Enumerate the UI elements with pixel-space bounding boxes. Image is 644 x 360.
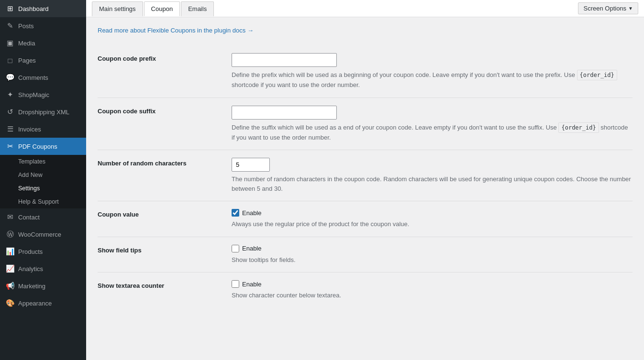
- sidebar-item-invoices[interactable]: ☰Invoices: [0, 120, 86, 138]
- woocommerce-icon: Ⓦ: [6, 230, 14, 239]
- dropshipping-icon: ↺: [6, 108, 14, 116]
- sidebar-item-shopmagic[interactable]: ✦ShopMagic: [0, 86, 86, 103]
- sidebar-item-label: Comments: [18, 74, 48, 81]
- shortcode-coupon-prefix: {order_id}: [577, 70, 617, 80]
- main-content: Main settingsCouponEmails Screen Options…: [86, 0, 644, 360]
- sidebar-main-items: ⊞Dashboard✎Posts▣Media□Pages💬Comments✦Sh…: [0, 0, 86, 155]
- field-label-show-field-tips: Show field tips: [98, 245, 232, 254]
- tab-group: Main settingsCouponEmails: [92, 1, 214, 16]
- marketing-icon: 📢: [6, 282, 14, 290]
- checkbox-row-show-field-tips: Enable: [232, 245, 633, 252]
- appearance-icon: 🎨: [6, 299, 14, 307]
- field-desc-show-textarea-counter: Show character counter below textarea.: [232, 291, 633, 300]
- pdfcoupons-icon: ✂: [6, 142, 14, 151]
- sidebar-item-label: WooCommerce: [18, 231, 61, 238]
- dashboard-icon: ⊞: [6, 4, 14, 13]
- checkbox-coupon-value[interactable]: [232, 209, 239, 217]
- sidebar-item-label: Analytics: [18, 265, 43, 273]
- sidebar-item-pages[interactable]: □Pages: [0, 52, 86, 69]
- content-area: Read more about Flexible Coupons in the …: [86, 17, 644, 360]
- settings-row-show-textarea-counter: Show textarea counterEnableShow characte…: [98, 272, 633, 308]
- settings-row-coupon-value: Coupon valueEnableAlways use the regular…: [98, 201, 633, 237]
- sidebar-item-dashboard[interactable]: ⊞Dashboard: [0, 0, 86, 17]
- sidebar-item-label: Products: [18, 248, 43, 255]
- shopmagic-icon: ✦: [6, 90, 14, 99]
- settings-row-show-field-tips: Show field tipsEnableShow tooltips for f…: [98, 237, 633, 273]
- sidebar-item-appearance[interactable]: 🎨Appearance: [0, 295, 86, 312]
- input-coupon-prefix[interactable]: [232, 53, 337, 67]
- posts-icon: ✎: [6, 22, 14, 30]
- chevron-down-icon: ▼: [628, 6, 633, 11]
- field-label-show-textarea-counter: Show textarea counter: [98, 280, 232, 289]
- tab-coupon[interactable]: Coupon: [144, 1, 180, 16]
- sidebar-item-label: Dashboard: [18, 5, 49, 12]
- field-desc-show-field-tips: Show tooltips for fields.: [232, 255, 633, 265]
- field-control-show-textarea-counter: EnableShow character counter below texta…: [232, 280, 633, 300]
- sidebar-item-label: Marketing: [18, 283, 45, 290]
- submenu-item-settings[interactable]: Settings: [0, 182, 86, 195]
- sidebar-item-label: Appearance: [18, 300, 52, 307]
- plugin-docs-link[interactable]: Read more about Flexible Coupons in the …: [98, 27, 254, 34]
- settings-row-random-chars: Number of random charactersThe number of…: [98, 150, 633, 201]
- submenu-item-helpsupport[interactable]: Help & Support: [0, 195, 86, 208]
- settings-row-coupon-prefix: Coupon code prefixDefine the prefix whic…: [98, 45, 633, 98]
- sidebar-item-analytics[interactable]: 📈Analytics: [0, 260, 86, 277]
- field-label-coupon-value: Coupon value: [98, 209, 232, 218]
- field-control-show-field-tips: EnableShow tooltips for fields.: [232, 245, 633, 265]
- field-control-coupon-suffix: Define the suffix which will be used as …: [232, 106, 633, 142]
- checkbox-row-coupon-value: Enable: [232, 209, 633, 217]
- sidebar-item-media[interactable]: ▣Media: [0, 34, 86, 52]
- products-icon: 📊: [6, 247, 14, 256]
- field-label-random-chars: Number of random characters: [98, 158, 232, 167]
- sidebar-item-label: ShopMagic: [18, 91, 49, 98]
- checkbox-label-show-textarea-counter[interactable]: Enable: [242, 281, 261, 288]
- checkbox-label-show-field-tips[interactable]: Enable: [242, 245, 261, 252]
- sidebar-item-label: Dropshipping XML: [18, 109, 69, 116]
- field-desc-random-chars: The number of random characters in the c…: [232, 175, 633, 193]
- submenu-item-templates[interactable]: Templates: [0, 155, 86, 168]
- input-coupon-suffix[interactable]: [232, 106, 337, 120]
- sidebar-item-comments[interactable]: 💬Comments: [0, 69, 86, 86]
- sidebar-item-label: Posts: [18, 22, 34, 30]
- sidebar: ⊞Dashboard✎Posts▣Media□Pages💬Comments✦Sh…: [0, 0, 86, 360]
- field-label-coupon-prefix: Coupon code prefix: [98, 53, 232, 62]
- field-desc-coupon-suffix: Define the suffix which will be used as …: [232, 122, 633, 142]
- tab-main-settings[interactable]: Main settings: [92, 1, 143, 16]
- comments-icon: 💬: [6, 73, 14, 82]
- checkbox-show-field-tips[interactable]: [232, 245, 239, 252]
- sidebar-item-posts[interactable]: ✎Posts: [0, 17, 86, 34]
- sidebar-item-products[interactable]: 📊Products: [0, 243, 86, 260]
- checkbox-show-textarea-counter[interactable]: [232, 280, 239, 288]
- sidebar-item-label: Pages: [18, 57, 36, 64]
- sidebar-item-label: Invoices: [18, 126, 41, 133]
- sidebar-item-contact[interactable]: ✉Contact: [0, 208, 86, 226]
- field-control-random-chars: The number of random characters in the c…: [232, 158, 633, 193]
- sidebar-item-label: Contact: [18, 214, 40, 221]
- invoices-icon: ☰: [6, 125, 14, 133]
- screen-options-button[interactable]: Screen Options ▼: [578, 2, 638, 14]
- sidebar-item-pdfcoupons[interactable]: ✂PDF Coupons: [0, 138, 86, 155]
- checkbox-label-coupon-value[interactable]: Enable: [242, 209, 261, 217]
- topbar: Main settingsCouponEmails Screen Options…: [86, 0, 644, 17]
- tab-emails[interactable]: Emails: [181, 1, 214, 16]
- field-label-coupon-suffix: Coupon code suffix: [98, 106, 232, 115]
- sidebar-item-woocommerce[interactable]: ⓌWooCommerce: [0, 226, 86, 243]
- sidebar-item-marketing[interactable]: 📢Marketing: [0, 277, 86, 295]
- input-random-chars[interactable]: [232, 158, 270, 172]
- contact-icon: ✉: [6, 213, 14, 221]
- settings-table: Coupon code prefixDefine the prefix whic…: [98, 45, 633, 308]
- field-control-coupon-prefix: Define the prefix which will be used as …: [232, 53, 633, 90]
- sidebar-item-label: PDF Coupons: [18, 143, 57, 150]
- submenu-item-addnew[interactable]: Add New: [0, 168, 86, 182]
- field-control-coupon-value: EnableAlways use the regular price of th…: [232, 209, 633, 229]
- field-desc-coupon-prefix: Define the prefix which will be used as …: [232, 70, 633, 90]
- settings-row-coupon-suffix: Coupon code suffixDefine the suffix whic…: [98, 98, 633, 150]
- sidebar-bottom-items: ✉ContactⓌWooCommerce📊Products📈Analytics📢…: [0, 208, 86, 312]
- sidebar-item-label: Media: [18, 40, 35, 47]
- sidebar-submenu: TemplatesAdd NewSettingsHelp & Support: [0, 155, 86, 208]
- sidebar-item-dropshipping[interactable]: ↺Dropshipping XML: [0, 103, 86, 120]
- media-icon: ▣: [6, 39, 14, 47]
- screen-options-label: Screen Options: [583, 5, 626, 12]
- analytics-icon: 📈: [6, 264, 14, 273]
- field-desc-coupon-value: Always use the regular price of the prod…: [232, 219, 633, 229]
